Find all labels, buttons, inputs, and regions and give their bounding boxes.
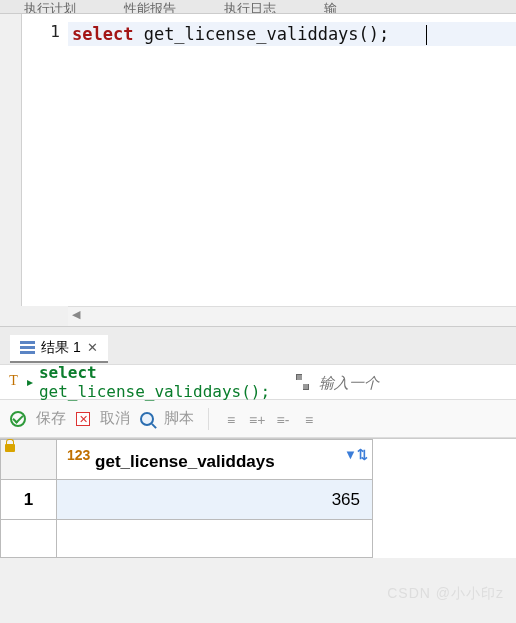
editor-gutter: 1 [22,14,68,306]
more-rows-icon[interactable]: ≡ [301,412,317,426]
script-button[interactable]: 脚本 [164,409,194,428]
tab-result-1[interactable]: 结果 1 ✕ [10,335,108,363]
cancel-button[interactable]: 取消 [100,409,130,428]
tab-output[interactable]: 输 [300,0,361,13]
result-grid: 123 get_license_validdays ▼⇅ 1 365 [0,438,516,558]
query-echo-row: T ▸ select get_license_validdays(); [0,364,516,400]
sql-keyword-select: select [72,24,133,44]
expand-icon[interactable] [296,374,309,390]
editor-code-pane[interactable]: select get_license_validdays(); [68,14,516,306]
column-filter-icon[interactable]: ▼⇅ [344,447,362,465]
row-header[interactable]: 1 [1,480,57,520]
cell-empty [57,520,373,558]
separator [208,408,209,430]
editor-horizontal-scrollbar[interactable] [68,306,516,326]
cancel-icon[interactable]: ✕ [76,412,90,426]
echo-rest: get_license_validdays(); [39,382,270,401]
editor-top-tabs: 执行计划 性能报告 执行日志 输 [0,0,516,14]
cell-value[interactable]: 365 [57,480,373,520]
grid-corner-cell [1,440,57,480]
tab-exec-plan[interactable]: 执行计划 [0,0,100,13]
delete-row-icon[interactable]: ≡- [275,412,291,426]
close-icon[interactable]: ✕ [87,340,98,355]
watermark-text: CSDN @小小印z [387,585,504,603]
tab-exec-log[interactable]: 执行日志 [200,0,300,13]
sql-editor: 1 select get_license_validdays(); [0,14,516,306]
echo-keyword-select: select [39,363,97,382]
column-type-hint: 123 [67,447,90,463]
tab-perf-report[interactable]: 性能报告 [100,0,200,13]
result-tab-label: 结果 1 [41,339,81,357]
filter-lines-icon[interactable]: ≡ [223,412,239,426]
row-header-empty [1,520,57,558]
query-echo-text: select get_license_validdays(); [39,363,286,401]
text-cursor [426,25,427,45]
column-header[interactable]: 123 get_license_validdays ▼⇅ [57,440,373,480]
result-toolbar: 保存 ✕ 取消 脚本 ≡ ≡+ ≡- ≡ [0,400,516,438]
sql-rest: get_license_validdays(); [133,24,389,44]
arrow-icon: ▸ [27,375,33,389]
result-grid-icon [20,341,35,354]
column-name: get_license_validdays [95,452,275,471]
result-search-input[interactable] [319,374,510,391]
editor-left-margin [0,14,22,306]
line-number: 1 [22,22,60,41]
save-button[interactable]: 保存 [36,409,66,428]
add-row-icon[interactable]: ≡+ [249,412,265,426]
search-icon[interactable] [140,412,154,426]
result-tab-bar: 结果 1 ✕ [0,326,516,364]
lock-icon [5,444,15,452]
code-line-1[interactable]: select get_license_validdays(); [68,22,516,46]
text-type-icon: T [6,373,21,391]
apply-icon[interactable] [10,411,26,427]
